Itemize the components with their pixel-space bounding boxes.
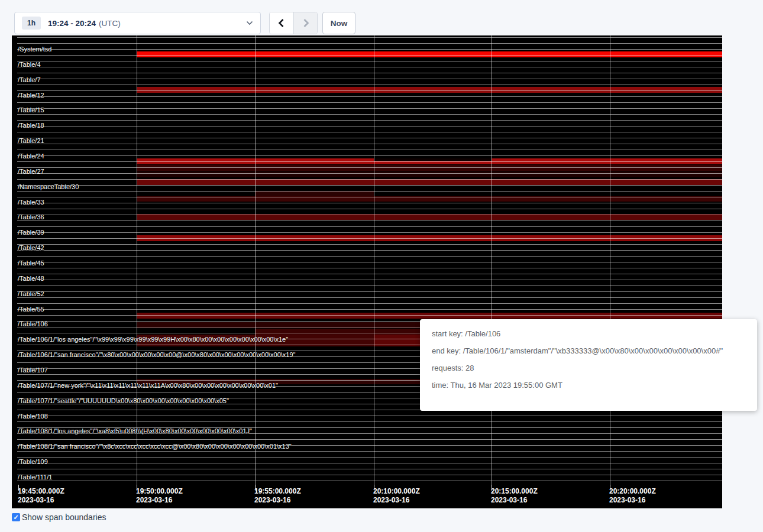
span-boundary-line bbox=[17, 144, 722, 144]
span-label: /Table/109 bbox=[18, 458, 48, 466]
column-boundary-line bbox=[255, 35, 256, 485]
span-label: /Table/107/1/"new york"/"\x11\x11\x11\x1… bbox=[18, 381, 278, 390]
span-boundary-line bbox=[17, 108, 722, 109]
axis-tick-label: 20:15:00.000Z2023-03-16 bbox=[491, 487, 538, 505]
column-boundary-line bbox=[610, 35, 610, 485]
span-boundary-line bbox=[17, 61, 722, 61]
span-boundary-line bbox=[17, 451, 722, 452]
span-label: /Table/108 bbox=[18, 412, 48, 420]
time-nav-group bbox=[269, 12, 318, 34]
prev-time-button[interactable] bbox=[270, 12, 293, 34]
span-boundary-line bbox=[17, 155, 722, 156]
span-boundary-line bbox=[17, 303, 722, 304]
span-boundary-line bbox=[17, 197, 722, 197]
span-boundary-line bbox=[17, 102, 722, 103]
show-span-boundaries-checkbox[interactable]: ✓ bbox=[12, 513, 20, 521]
span-label: /Table/108/1/"los angeles"/"\xa8\xf5\u00… bbox=[18, 427, 252, 435]
span-boundary-line bbox=[17, 191, 722, 192]
span-boundary-line bbox=[17, 43, 722, 44]
span-label: /Table/7 bbox=[18, 76, 41, 84]
span-boundary-line bbox=[17, 280, 722, 280]
span-boundary-line bbox=[17, 55, 722, 56]
heatmap-band bbox=[137, 87, 722, 93]
span-label: /Table/48 bbox=[18, 274, 44, 283]
span-label: /Table/107 bbox=[18, 366, 48, 374]
chevron-left-icon bbox=[277, 18, 286, 28]
tooltip-time: time: Thu, 16 Mar 2023 19:55:00 GMT bbox=[432, 380, 745, 390]
span-boundary-line bbox=[17, 132, 722, 132]
column-boundary-line bbox=[374, 35, 374, 485]
show-span-boundaries-control: ✓ Show span boundaries bbox=[12, 512, 106, 522]
key-visualizer-canvas[interactable]: /System/tsd/Table/4/Table/7/Table/12/Tab… bbox=[12, 35, 722, 508]
next-time-button[interactable] bbox=[293, 12, 317, 34]
span-boundary-line bbox=[17, 481, 722, 481]
axis-time: 19:55:00.000Z bbox=[254, 487, 301, 496]
axis-time: 19:45:00.000Z bbox=[18, 487, 64, 496]
span-label: /Table/108/1/"san francisco"/"\x8c\xcc\x… bbox=[18, 442, 292, 450]
span-label: /Table/15 bbox=[18, 106, 44, 114]
heatmap-band bbox=[137, 165, 722, 171]
axis-tick-label: 19:50:00.000Z2023-03-16 bbox=[136, 487, 183, 505]
span-boundary-line bbox=[17, 457, 722, 458]
span-boundary-line bbox=[17, 421, 722, 422]
tooltip-start-key: start key: /Table/106 bbox=[432, 329, 745, 339]
span-label: /Table/111/1 bbox=[18, 473, 52, 481]
span-boundary-line bbox=[17, 90, 722, 91]
axis-time: 20:20:00.000Z bbox=[609, 487, 656, 496]
span-label: /System/tsd bbox=[18, 45, 51, 53]
span-boundary-line bbox=[17, 262, 722, 262]
span-boundary-line bbox=[17, 475, 722, 475]
span-boundary-line bbox=[17, 203, 722, 203]
axis-tick-label: 19:45:00.000Z2023-03-16 bbox=[18, 487, 64, 505]
span-boundary-line bbox=[17, 185, 722, 186]
span-label: /Table/21 bbox=[18, 137, 44, 145]
span-boundary-line bbox=[17, 150, 722, 150]
span-boundary-line bbox=[17, 291, 722, 292]
hover-tooltip: start key: /Table/106 end key: /Table/10… bbox=[420, 319, 757, 411]
span-boundary-line bbox=[17, 226, 722, 227]
span-boundary-line bbox=[17, 309, 722, 310]
span-boundary-line bbox=[17, 469, 722, 469]
span-label: /Table/12 bbox=[18, 91, 44, 99]
span-boundary-line bbox=[17, 73, 722, 73]
column-boundary-line bbox=[137, 35, 137, 485]
span-boundary-line bbox=[17, 167, 722, 168]
axis-tick-label: 20:10:00.000Z2023-03-16 bbox=[373, 487, 420, 505]
span-boundary-line bbox=[17, 297, 722, 298]
span-label: /Table/107/1/"seattle"/"UUUUUUD\x00\x80\… bbox=[18, 397, 229, 405]
span-boundary-line bbox=[17, 439, 722, 440]
now-button[interactable]: Now bbox=[322, 12, 355, 34]
span-boundary-line bbox=[17, 37, 722, 38]
span-boundary-line bbox=[17, 114, 722, 115]
span-boundary-line bbox=[17, 215, 722, 215]
span-boundary-line bbox=[17, 49, 722, 50]
span-boundary-line bbox=[17, 138, 722, 138]
span-label: /Table/18 bbox=[18, 121, 44, 129]
time-range-selector[interactable]: 1h 19:24 - 20:24 (UTC) bbox=[14, 12, 261, 34]
axis-date: 2023-03-16 bbox=[254, 496, 301, 505]
axis-date: 2023-03-16 bbox=[609, 496, 656, 505]
axis-time: 20:10:00.000Z bbox=[373, 487, 420, 496]
span-boundary-line bbox=[17, 67, 722, 67]
span-label: /Table/106/1/"san francisco"/"\x80\x00\x… bbox=[18, 351, 296, 359]
span-boundary-line bbox=[17, 79, 722, 79]
axis-date: 2023-03-16 bbox=[18, 496, 64, 505]
span-boundary-line bbox=[17, 463, 722, 463]
span-boundary-line bbox=[17, 286, 722, 286]
axis-time: 20:15:00.000Z bbox=[491, 487, 538, 496]
axis-time: 19:50:00.000Z bbox=[136, 487, 183, 496]
span-boundary-line bbox=[17, 220, 722, 221]
heatmap-band bbox=[137, 313, 722, 319]
span-label: /Table/33 bbox=[18, 198, 44, 206]
tooltip-requests: requests: 28 bbox=[432, 363, 745, 373]
span-boundary-line bbox=[17, 315, 722, 316]
span-label: /Table/27 bbox=[18, 167, 44, 176]
span-boundary-line bbox=[17, 96, 722, 97]
heatmap-band bbox=[137, 51, 722, 57]
span-label: /NamespaceTable/30 bbox=[18, 183, 79, 191]
span-label: /Table/106/1/"los angeles"/"\x99\x99\x99… bbox=[18, 335, 288, 343]
span-boundary-line bbox=[17, 238, 722, 239]
span-boundary-line bbox=[17, 126, 722, 126]
span-boundary-line bbox=[17, 209, 722, 209]
span-label: /Table/4 bbox=[18, 60, 41, 69]
